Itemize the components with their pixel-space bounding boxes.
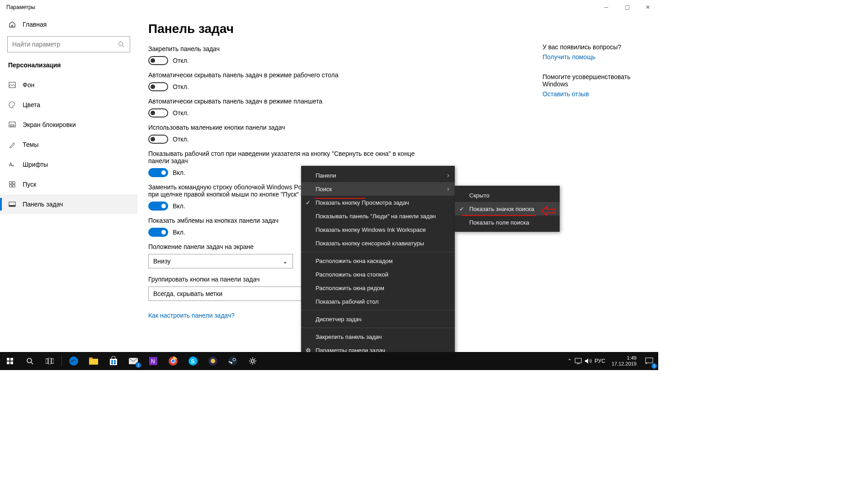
search-input-container[interactable] bbox=[7, 36, 130, 52]
svg-rect-19 bbox=[48, 358, 51, 364]
context-menu-item[interactable]: Расположить окна стопкой bbox=[301, 267, 455, 281]
svg-rect-28 bbox=[114, 362, 116, 364]
svg-line-17 bbox=[31, 362, 33, 364]
context-menu-item[interactable]: Показать рабочий стол bbox=[301, 295, 455, 308]
context-menu-item[interactable]: Диспетчер задач bbox=[301, 312, 455, 326]
sidebar-item-label: Фон bbox=[23, 81, 34, 89]
toggle-switch[interactable] bbox=[148, 56, 168, 65]
taskbar-position-combo[interactable]: Внизу ⌄ bbox=[148, 254, 293, 268]
background-icon bbox=[8, 81, 16, 89]
sidebar-item-themes[interactable]: Темы bbox=[0, 135, 137, 155]
sidebar-item-start[interactable]: Пуск bbox=[0, 174, 137, 194]
toggle-state: Вкл. bbox=[173, 229, 185, 236]
sidebar-item-fonts[interactable]: Aₐ Шрифты bbox=[0, 155, 137, 174]
svg-text:N: N bbox=[151, 358, 155, 365]
sidebar-item-colors[interactable]: Цвета bbox=[0, 95, 137, 115]
taskbar-app-steam[interactable] bbox=[223, 352, 243, 370]
svg-point-16 bbox=[27, 358, 32, 363]
context-menu-item[interactable]: Панели bbox=[301, 169, 455, 182]
search-input[interactable] bbox=[12, 41, 118, 48]
sidebar-item-label: Панель задач bbox=[23, 201, 63, 208]
toggle-switch[interactable] bbox=[148, 135, 168, 144]
taskbar-app-edge[interactable] bbox=[64, 352, 84, 370]
page-title: Панель задач bbox=[148, 22, 658, 36]
tray-language[interactable]: РУС bbox=[594, 358, 605, 364]
start-icon bbox=[8, 180, 16, 188]
taskview-button[interactable] bbox=[40, 352, 60, 370]
colors-icon bbox=[8, 101, 16, 109]
svg-point-21 bbox=[69, 357, 78, 366]
svg-rect-22 bbox=[89, 359, 98, 365]
svg-rect-25 bbox=[111, 360, 113, 362]
fonts-icon: Aₐ bbox=[8, 160, 16, 169]
context-menu-item[interactable]: Показать кнопку Windows Ink Workspace bbox=[301, 223, 455, 236]
taskbar-app-store[interactable] bbox=[104, 352, 123, 370]
maximize-button[interactable]: ▢ bbox=[617, 0, 637, 14]
context-menu-item[interactable]: Расположить окна рядом bbox=[301, 281, 455, 295]
toggle-state: Откл. bbox=[173, 136, 189, 143]
clock-time: 1:49 bbox=[612, 355, 637, 361]
toggle-switch[interactable] bbox=[148, 82, 168, 91]
context-menu-item[interactable]: Поиск bbox=[301, 182, 455, 196]
tray-volume-icon[interactable] bbox=[585, 358, 592, 364]
action-center-button[interactable]: 3 bbox=[640, 352, 658, 370]
context-menu-item[interactable]: Показать поле поиска bbox=[455, 216, 560, 229]
context-menu-item[interactable]: Закрепить панель задач bbox=[301, 330, 455, 343]
aside-help: У вас появились вопросы? Получить помощь… bbox=[542, 43, 642, 110]
toggle-label: Показывать рабочий стол при наведении ук… bbox=[148, 150, 420, 164]
svg-point-39 bbox=[228, 357, 237, 366]
taskbar-app-mail[interactable]: 1 bbox=[123, 352, 143, 370]
context-menu-item[interactable]: Показать кнопку сенсорной клавиатуры bbox=[301, 236, 455, 250]
tray-display-icon[interactable] bbox=[575, 358, 582, 364]
sidebar-item-background[interactable]: Фон bbox=[0, 75, 137, 95]
start-button[interactable] bbox=[0, 352, 20, 370]
taskbar-context-menu: ПанелиПоискПоказать кнопку Просмотра зад… bbox=[301, 166, 455, 360]
sidebar-item-lockscreen[interactable]: Экран блокировки bbox=[0, 115, 137, 135]
help-link[interactable]: Как настроить панели задач? bbox=[148, 312, 235, 319]
tray-chevron-icon[interactable]: ⌃ bbox=[567, 358, 572, 364]
context-menu-item[interactable]: Показывать панель "Люди" на панели задач bbox=[301, 209, 455, 223]
toggle-switch[interactable] bbox=[148, 228, 168, 237]
search-taskbar-button[interactable] bbox=[20, 352, 40, 370]
svg-point-0 bbox=[119, 42, 123, 46]
combo-value: Всегда, скрывать метки bbox=[153, 290, 222, 297]
svg-rect-2 bbox=[9, 82, 15, 88]
taskbar-app-settings[interactable] bbox=[243, 352, 263, 370]
sidebar-item-taskbar[interactable]: Панель задач bbox=[0, 194, 137, 214]
minimize-button[interactable]: ─ bbox=[596, 0, 617, 14]
taskbar-app-skype[interactable]: S bbox=[183, 352, 203, 370]
toggle-label: Автоматически скрывать панель задач в ре… bbox=[148, 98, 420, 105]
sidebar-item-label: Экран блокировки bbox=[23, 121, 76, 128]
toggle-switch[interactable] bbox=[148, 168, 168, 177]
annotation-underline bbox=[315, 198, 365, 199]
toggle-state: Вкл. bbox=[173, 202, 185, 210]
window-title: Параметры bbox=[6, 4, 596, 10]
context-menu-item[interactable]: Скрыто bbox=[455, 188, 560, 202]
svg-point-43 bbox=[251, 360, 254, 362]
feedback-link[interactable]: Оставить отзыв bbox=[542, 90, 642, 98]
sidebar-home[interactable]: Главная bbox=[0, 14, 137, 34]
themes-icon bbox=[8, 141, 16, 149]
svg-rect-23 bbox=[89, 357, 93, 359]
taskbar-group-combo[interactable]: Всегда, скрывать метки ⌄ bbox=[148, 286, 311, 301]
taskbar-app-chrome[interactable] bbox=[163, 352, 183, 370]
taskbar-clock[interactable]: 1:49 17.12.2019 bbox=[608, 355, 640, 367]
get-help-link[interactable]: Получить помощь bbox=[542, 53, 642, 61]
svg-rect-26 bbox=[114, 360, 116, 362]
svg-rect-14 bbox=[7, 361, 9, 364]
taskbar-app-onenote[interactable]: N bbox=[143, 352, 163, 370]
system-tray[interactable]: ⌃ РУС bbox=[565, 358, 608, 364]
clock-date: 17.12.2019 bbox=[612, 361, 637, 367]
svg-rect-15 bbox=[10, 361, 13, 364]
sidebar-item-label: Шрифты bbox=[23, 161, 48, 168]
svg-rect-12 bbox=[7, 358, 9, 361]
search-icon bbox=[118, 41, 125, 47]
toggle-switch[interactable] bbox=[148, 108, 168, 117]
close-button[interactable]: ✕ bbox=[637, 0, 658, 14]
toggle-switch[interactable] bbox=[148, 202, 168, 211]
taskbar-app-explorer[interactable] bbox=[84, 352, 104, 370]
context-menu-item[interactable]: Расположить окна каскадом bbox=[301, 254, 455, 267]
lockscreen-icon bbox=[8, 121, 16, 129]
annotation-underline bbox=[462, 215, 536, 216]
taskbar-app-generic1[interactable] bbox=[203, 352, 223, 370]
